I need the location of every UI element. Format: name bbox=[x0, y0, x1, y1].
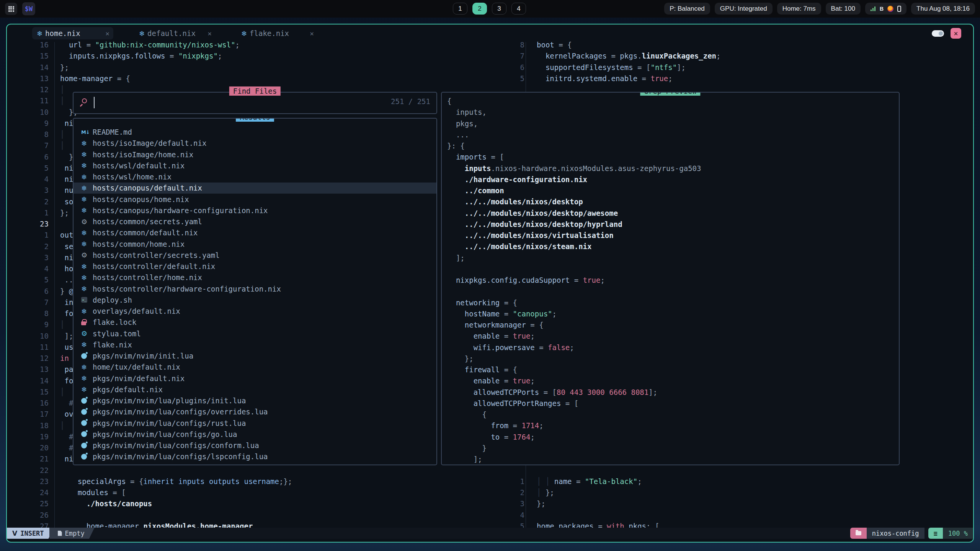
result-item[interactable]: ❄hosts/canopus/hardware-configuration.ni… bbox=[74, 205, 436, 216]
line-number: 2 bbox=[518, 487, 524, 498]
code-line: 14}; bbox=[7, 62, 292, 73]
result-item[interactable]: ❄pkgs/nvim/default.nix bbox=[74, 373, 436, 384]
tab-close-icon[interactable]: × bbox=[105, 29, 109, 37]
result-item[interactable]: pkgs/nvim/nvim/init.lua bbox=[74, 350, 436, 362]
tray-pill[interactable]: B bbox=[865, 3, 906, 15]
nix-file-icon: ❄ bbox=[81, 285, 93, 293]
code-line: 24 modules = [ bbox=[7, 487, 292, 498]
preview-line: ./hardware-configuration.nix bbox=[447, 174, 701, 185]
result-item[interactable]: M↓README.md bbox=[74, 127, 436, 138]
result-label: home/tux/default.nix bbox=[93, 363, 180, 371]
preview-line: firewall = { bbox=[447, 364, 701, 375]
result-item[interactable]: >_deploy.sh bbox=[74, 294, 436, 305]
result-label: hosts/controller/secrets.yaml bbox=[93, 251, 220, 259]
nix-file-icon: ❄ bbox=[81, 240, 93, 248]
top-status-bar: $W 1234 P: Balanced GPU: Integrated Home… bbox=[0, 0, 980, 18]
result-item[interactable]: pkgs/nvim/nvim/lua/configs/lspconfig.lua bbox=[74, 451, 436, 462]
result-item[interactable]: pkgs/nvim/nvim/lua/configs/conform.lua bbox=[74, 440, 436, 451]
result-item[interactable]: ❄hosts/wsl/home.nix bbox=[74, 171, 436, 183]
line-number: 11 bbox=[7, 342, 49, 353]
result-item[interactable]: ❄pkgs/default.nix bbox=[74, 384, 436, 395]
tab-label: home.nix bbox=[45, 29, 80, 37]
grep-preview-panel: Grep Preview { inputs, pkgs, ...}: { imp… bbox=[441, 92, 900, 465]
result-item[interactable]: ❄home/tux/default.nix bbox=[74, 362, 436, 373]
workspace-button-3[interactable]: 3 bbox=[492, 3, 506, 15]
result-label: hosts/common/default.nix bbox=[93, 228, 198, 237]
folder-icon bbox=[856, 531, 861, 535]
clock-pill[interactable]: Thu Aug 08, 18:16 bbox=[911, 3, 975, 15]
preview-line: ../../modules/nixos/virtualisation bbox=[447, 230, 701, 241]
result-label: pkgs/default.nix bbox=[93, 385, 163, 394]
result-item[interactable]: ❄hosts/isoImage/default.nix bbox=[74, 138, 436, 149]
result-item[interactable]: ⚙hosts/controller/secrets.yaml bbox=[74, 249, 436, 261]
result-label: hosts/canopus/default.nix bbox=[93, 184, 202, 192]
gpu-mode-pill[interactable]: GPU: Integrated bbox=[715, 3, 773, 15]
line-number: 5 bbox=[518, 73, 524, 84]
lines-icon-segment: ≡ bbox=[928, 528, 943, 539]
window-close-button[interactable]: × bbox=[951, 28, 961, 39]
result-item[interactable]: ⚙hosts/common/secrets.yaml bbox=[74, 216, 436, 227]
power-profile-pill[interactable]: P: Balanced bbox=[664, 3, 710, 15]
preview-line: nixpkgs.config.cudaSupport = true; bbox=[447, 275, 701, 286]
line-number: 7 bbox=[7, 297, 49, 308]
result-item[interactable]: ❄hosts/controller/default.nix bbox=[74, 261, 436, 272]
result-item[interactable]: ❄hosts/common/default.nix bbox=[74, 227, 436, 238]
workspace-button-4[interactable]: 4 bbox=[511, 3, 526, 15]
workspace-button-2[interactable]: 2 bbox=[472, 3, 487, 15]
terminal-window: ❄home.nix×❄default.nix×❄flake.nix× × 16 … bbox=[6, 24, 974, 543]
result-item[interactable]: ⚙stylua.toml bbox=[74, 328, 436, 339]
window-toggle-switch[interactable] bbox=[932, 30, 944, 37]
line-number: 9 bbox=[7, 118, 49, 129]
lua-file-icon bbox=[81, 353, 93, 359]
scroll-percent: 100 % bbox=[943, 528, 973, 539]
code-line: 15 inputs.nixpkgs.follows = "nixpkgs"; bbox=[7, 51, 292, 62]
result-count: 251 / 251 bbox=[391, 97, 430, 106]
result-item[interactable]: pkgs/nvim/nvim/lua/configs/rust.lua bbox=[74, 417, 436, 429]
statusline-spacer bbox=[95, 528, 850, 539]
result-item[interactable]: pkgs/nvim/nvim/lua/configs/go.lua bbox=[74, 429, 436, 440]
tab-close-icon[interactable]: × bbox=[207, 29, 212, 37]
lua-file-icon bbox=[81, 454, 93, 460]
result-item[interactable]: ❄hosts/canopus/home.nix bbox=[74, 194, 436, 205]
code-line: 23 specialArgs = {inherit inputs outputs… bbox=[7, 476, 292, 487]
result-item[interactable]: ❄overlays/default.nix bbox=[74, 306, 436, 317]
find-files-prompt[interactable]: Find Files 251 / 251 bbox=[73, 92, 437, 114]
result-label: pkgs/nvim/nvim/lua/configs/rust.lua bbox=[93, 419, 246, 427]
nix-file-icon: ❄ bbox=[81, 150, 93, 158]
tab-home.nix[interactable]: ❄home.nix× bbox=[32, 27, 113, 39]
line-number: 11 bbox=[7, 95, 49, 106]
ping-pill[interactable]: Home: 7ms bbox=[777, 3, 821, 15]
line-number: 4 bbox=[7, 174, 49, 185]
result-item[interactable]: ❄hosts/canopus/default.nix bbox=[74, 183, 436, 194]
result-item[interactable]: flake.lock bbox=[74, 317, 436, 328]
results-list: M↓README.md❄hosts/isoImage/default.nix❄h… bbox=[74, 127, 436, 463]
result-label: hosts/controller/default.nix bbox=[93, 262, 215, 271]
result-item[interactable]: ❄flake.nix bbox=[74, 339, 436, 350]
tab-default.nix[interactable]: ❄default.nix× bbox=[134, 27, 216, 39]
workspace-button-1[interactable]: 1 bbox=[453, 3, 467, 15]
result-item[interactable]: ❄hosts/wsl/default.nix bbox=[74, 160, 436, 171]
preview-line: allowedTCPPorts = [80 443 3000 6666 8081… bbox=[447, 387, 701, 398]
result-item[interactable]: ❄hosts/common/home.nix bbox=[74, 238, 436, 249]
app-launcher-button[interactable] bbox=[5, 3, 17, 15]
fire-icon bbox=[887, 6, 893, 12]
result-item[interactable]: ❄hosts/controller/home.nix bbox=[74, 272, 436, 283]
phone-icon bbox=[897, 6, 901, 12]
code-line: 16 url = "github:nix-community/nixos-wsl… bbox=[7, 39, 292, 51]
result-label: hosts/common/home.nix bbox=[93, 240, 185, 248]
results-title: Results bbox=[236, 118, 274, 122]
battery-pill[interactable]: Bat: 100 bbox=[826, 3, 861, 15]
result-item[interactable]: ❄hosts/isoImage/home.nix bbox=[74, 149, 436, 160]
tab-close-icon[interactable]: × bbox=[310, 29, 314, 37]
lines-icon: ≡ bbox=[934, 530, 938, 537]
code-line: 6 supportedFilesystems = ["ntfs"]; bbox=[518, 62, 721, 73]
result-item[interactable]: pkgs/nvim/nvim/lua/configs/overrides.lua bbox=[74, 406, 436, 417]
yaml-file-icon: ⚙ bbox=[81, 251, 93, 259]
result-item[interactable]: pkgs/nvim/nvim/lua/plugins/init.lua bbox=[74, 395, 436, 406]
preview-line: from = 1714; bbox=[447, 420, 701, 431]
line-number: 23 bbox=[7, 218, 49, 230]
tab-flake.nix[interactable]: ❄flake.nix× bbox=[237, 27, 318, 39]
result-item[interactable]: ❄hosts/controller/hardware-configuration… bbox=[74, 283, 436, 294]
lua-file-icon bbox=[81, 443, 93, 448]
cwd-label: nixos-config bbox=[867, 528, 924, 539]
